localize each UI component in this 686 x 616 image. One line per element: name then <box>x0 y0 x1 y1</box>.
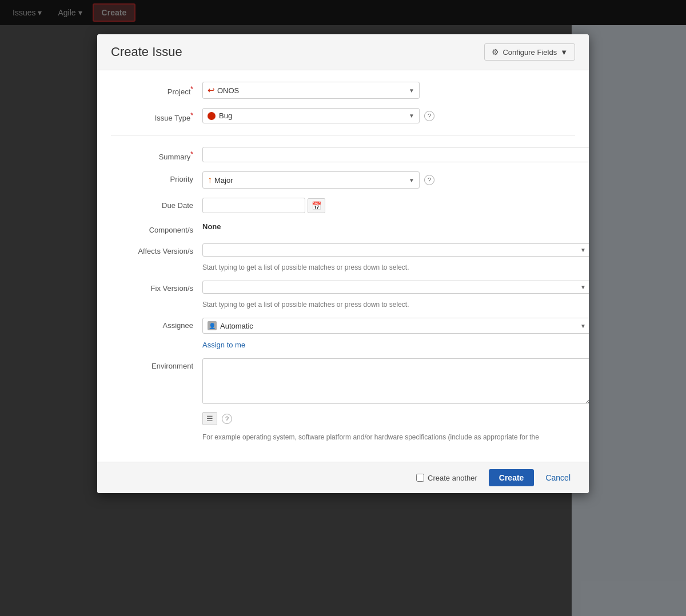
onos-icon: ↩ <box>208 85 215 95</box>
issue-type-value: Bug <box>219 111 404 120</box>
project-select[interactable]: ↩ ONOS ▼ <box>202 82 420 99</box>
fix-version-control: ▼ Start typing to get a list of possible… <box>202 281 589 309</box>
priority-dropdown-arrow: ▼ <box>409 177 414 183</box>
fix-version-label: Fix Version/s <box>111 281 202 293</box>
assignee-control: 👤 Automatic ▼ Assign to me <box>202 318 589 349</box>
affects-version-hint: Start typing to get a list of possible m… <box>202 263 409 271</box>
components-row: Component/s None <box>111 222 575 234</box>
affects-version-row: Affects Version/s ▼ Start typing to get … <box>111 243 575 271</box>
assignee-row: Assignee 👤 Automatic ▼ Assign to me <box>111 318 575 349</box>
cancel-button[interactable]: Cancel <box>541 469 575 486</box>
priority-select[interactable]: ↑ Major ▼ <box>202 171 420 189</box>
priority-value: Major <box>214 176 404 185</box>
form-divider <box>111 135 575 135</box>
affects-version-arrow: ▼ <box>580 247 586 253</box>
project-control: ↩ ONOS ▼ <box>202 82 575 99</box>
summary-control <box>202 147 589 162</box>
environment-help-icon[interactable]: ? <box>222 414 232 424</box>
gear-icon: ⚙ <box>492 47 499 57</box>
fix-version-select[interactable]: ▼ <box>202 281 589 294</box>
components-value: None <box>202 222 221 231</box>
issue-type-select[interactable]: Bug ▼ <box>202 108 420 123</box>
configure-fields-arrow-icon: ▼ <box>560 48 568 57</box>
components-label: Component/s <box>111 222 202 234</box>
environment-format-button[interactable]: ☰ <box>202 412 217 425</box>
fix-version-row: Fix Version/s ▼ Start typing to get a li… <box>111 281 575 309</box>
fix-version-hint: Start typing to get a list of possible m… <box>202 301 409 309</box>
components-control: None <box>202 222 575 231</box>
dialog-header: Create Issue ⚙ Configure Fields ▼ <box>97 34 589 70</box>
environment-control: ☰ ? For example operating system, softwa… <box>202 358 589 441</box>
assignee-label: Assignee <box>111 318 202 330</box>
assign-to-me-link[interactable]: Assign to me <box>202 341 245 349</box>
environment-row: Environment ☰ ? For example operating sy… <box>111 358 575 441</box>
project-value: ONOS <box>217 86 404 95</box>
create-another-label: Create another <box>428 474 477 482</box>
environment-textarea[interactable] <box>202 358 589 404</box>
issue-type-control: Bug ▼ ? <box>202 108 575 123</box>
project-dropdown-arrow: ▼ <box>409 87 414 94</box>
due-date-input[interactable] <box>202 198 305 213</box>
priority-up-icon: ↑ <box>208 175 212 185</box>
create-submit-button[interactable]: Create <box>489 469 535 486</box>
user-avatar-icon: 👤 <box>208 321 217 330</box>
dialog-body: Project* ↩ ONOS ▼ Issue Type* <box>97 70 589 462</box>
due-date-label: Due Date <box>111 198 202 210</box>
modal-overlay: Create Issue ⚙ Configure Fields ▼ Projec… <box>0 0 686 616</box>
affects-version-control: ▼ Start typing to get a list of possible… <box>202 243 589 271</box>
environment-label: Environment <box>111 358 202 370</box>
summary-input[interactable] <box>202 147 589 162</box>
due-date-control: 📅 <box>202 198 575 213</box>
fix-version-arrow: ▼ <box>580 284 586 290</box>
priority-row: Priority ↑ Major ▼ ? <box>111 171 575 189</box>
dialog-footer: Create another Create Cancel <box>97 462 589 493</box>
issue-type-help-icon[interactable]: ? <box>424 111 434 121</box>
form-section-top: Project* ↩ ONOS ▼ Issue Type* <box>111 82 575 123</box>
assignee-arrow: ▼ <box>580 323 586 329</box>
environment-toolbar: ☰ ? <box>202 412 232 425</box>
project-row: Project* ↩ ONOS ▼ <box>111 82 575 99</box>
priority-help-icon[interactable]: ? <box>424 175 434 185</box>
calendar-button[interactable]: 📅 <box>308 198 325 213</box>
environment-hint: For example operating system, software p… <box>202 433 589 441</box>
dialog-title: Create Issue <box>111 45 182 59</box>
assignee-select[interactable]: 👤 Automatic ▼ <box>202 318 589 334</box>
due-date-row: Due Date 📅 <box>111 198 575 213</box>
date-input-wrap: 📅 <box>202 198 325 213</box>
configure-fields-button[interactable]: ⚙ Configure Fields ▼ <box>484 43 575 61</box>
affects-version-select[interactable]: ▼ <box>202 243 589 257</box>
priority-label: Priority <box>111 171 202 183</box>
assignee-value: Automatic <box>220 322 576 330</box>
issue-type-row: Issue Type* Bug ▼ ? <box>111 108 575 123</box>
project-label: Project* <box>111 82 202 96</box>
priority-control: ↑ Major ▼ ? <box>202 171 575 189</box>
create-another-checkbox[interactable] <box>416 474 424 482</box>
create-issue-dialog: Create Issue ⚙ Configure Fields ▼ Projec… <box>97 34 589 493</box>
summary-label: Summary* <box>111 147 202 161</box>
issue-type-label: Issue Type* <box>111 108 202 122</box>
bug-icon <box>208 112 216 120</box>
affects-version-label: Affects Version/s <box>111 243 202 255</box>
create-another-wrap: Create another <box>416 474 477 482</box>
issue-type-dropdown-arrow: ▼ <box>409 113 414 119</box>
summary-row: Summary* <box>111 147 575 162</box>
